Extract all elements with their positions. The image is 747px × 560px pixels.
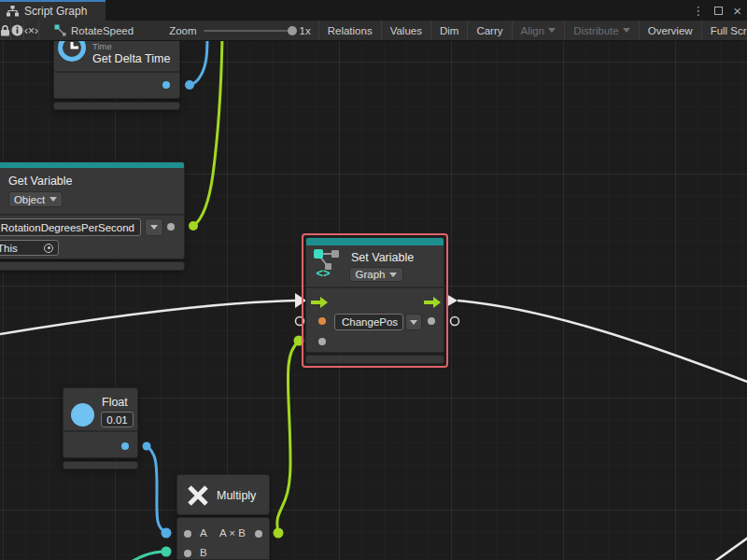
distribute-button[interactable]: Distribute xyxy=(565,21,640,40)
node-accent-bar xyxy=(0,162,184,168)
info-icon xyxy=(11,24,23,36)
lock-icon xyxy=(0,25,10,36)
window-tab-bar: Script Graph ⋮ × xyxy=(0,0,747,21)
variable-name-field[interactable]: RotationDegreesPerSecond xyxy=(0,218,141,236)
tab-label: Script Graph xyxy=(24,5,87,18)
float-output-port[interactable] xyxy=(121,442,129,450)
carry-button[interactable]: Carry xyxy=(468,21,512,40)
zoom-slider[interactable] xyxy=(204,30,293,32)
flow-out-arrow-icon[interactable] xyxy=(424,297,441,308)
node-set-variable[interactable]: <> Set Variable Graph ChangePos xyxy=(305,237,444,364)
target-object-field[interactable]: This xyxy=(0,240,59,256)
port-label-a: A xyxy=(200,527,207,539)
info-button[interactable] xyxy=(11,21,24,40)
node-float[interactable]: Float 0.01 xyxy=(63,387,138,470)
wire-endpoint[interactable] xyxy=(189,221,198,231)
variable-scope-dropdown[interactable]: Object xyxy=(8,191,63,207)
wire-float-to-multiply[interactable] xyxy=(147,446,166,533)
node-get-delta-time[interactable]: Time Get Delta Time xyxy=(53,41,180,112)
multiply-result-port[interactable] xyxy=(255,530,262,538)
graph-node-icon xyxy=(54,24,66,36)
chevron-down-icon xyxy=(623,28,630,33)
multiply-a-port[interactable] xyxy=(184,530,191,538)
wire-endpoint[interactable] xyxy=(185,80,194,90)
overview-button[interactable]: Overview xyxy=(640,21,702,40)
wire-endpoint[interactable] xyxy=(162,528,172,539)
zoom-label: Zoom xyxy=(169,25,196,36)
node-title: Set Variable xyxy=(351,251,414,264)
node-footer xyxy=(0,261,185,271)
node-get-variable[interactable]: Get Variable Object RotationDegreesPerSe… xyxy=(0,161,185,272)
variable-scope-dropdown[interactable]: Graph xyxy=(349,267,403,282)
variable-name-dropdown[interactable] xyxy=(145,218,163,236)
chevron-down-icon xyxy=(150,225,158,230)
chevron-down-icon xyxy=(49,197,57,202)
input-value-port[interactable] xyxy=(318,338,326,345)
svg-text:<>: <> xyxy=(316,266,331,278)
zoom-control: Zoom 1x xyxy=(143,21,319,40)
values-button[interactable]: Values xyxy=(382,21,431,40)
wire-multiply-to-set[interactable] xyxy=(277,342,299,533)
zoom-value: 1x xyxy=(300,25,311,36)
float-value-input[interactable]: 0.01 xyxy=(101,412,134,427)
wire-flow-corner[interactable] xyxy=(712,536,747,560)
wire-into-multiply-b[interactable] xyxy=(120,552,165,560)
variable-name-field[interactable]: ChangePos xyxy=(334,314,403,330)
code-view-icon: ‹×› xyxy=(24,24,38,37)
wire-get-variable[interactable] xyxy=(193,41,222,226)
delta-time-output-port[interactable] xyxy=(162,81,170,89)
port-label-b: B xyxy=(200,547,207,558)
wire-endpoint[interactable] xyxy=(162,547,172,557)
tab-script-graph[interactable]: Script Graph xyxy=(0,0,106,21)
lock-button[interactable] xyxy=(0,21,11,40)
node-footer xyxy=(63,461,138,469)
wire-flow-in[interactable] xyxy=(0,301,295,334)
dim-button[interactable]: Dim xyxy=(431,21,468,40)
node-title: Get Variable xyxy=(8,175,73,188)
node-set-variable-selection: <> Set Variable Graph ChangePos xyxy=(302,233,448,368)
chevron-down-icon xyxy=(410,320,417,325)
wire-endpoint[interactable] xyxy=(143,442,151,451)
zoom-slider-knob[interactable] xyxy=(288,26,297,35)
object-picker-icon[interactable] xyxy=(44,244,53,253)
chevron-down-icon xyxy=(389,273,397,277)
window-menu-icon[interactable]: ⋮ xyxy=(692,5,704,17)
node-title: Float xyxy=(102,396,128,409)
node-footer xyxy=(53,102,180,110)
wire-endpoint[interactable] xyxy=(274,528,284,539)
output-value-port[interactable] xyxy=(428,317,435,325)
wire-flow-out[interactable] xyxy=(458,301,747,383)
full-screen-button[interactable]: Full Screen xyxy=(702,21,747,40)
node-footer xyxy=(305,355,444,364)
node-title: Multiply xyxy=(217,489,256,502)
flow-in-arrow-icon[interactable] xyxy=(311,297,328,308)
window-maximize-icon[interactable] xyxy=(714,7,723,15)
node-multiply[interactable]: Multiply A A × B B xyxy=(176,474,270,560)
float-icon xyxy=(71,403,94,427)
graph-toolbar: ‹×› RotateSpeed Zoom 1x Relations Values… xyxy=(0,21,747,41)
wire-delta-time[interactable] xyxy=(190,41,207,85)
node-title: Get Delta Time xyxy=(92,52,170,65)
multiply-b-port[interactable] xyxy=(184,550,191,557)
graph-icon xyxy=(7,6,19,17)
code-view-button[interactable]: ‹×› xyxy=(24,21,39,40)
clock-icon xyxy=(57,41,89,67)
variable-output-port[interactable] xyxy=(167,223,175,231)
multiply-icon xyxy=(185,483,211,509)
align-button[interactable]: Align xyxy=(513,21,566,40)
set-variable-icon: <> xyxy=(312,248,344,278)
window-close-icon[interactable]: × xyxy=(733,4,741,18)
variable-name-dropdown[interactable] xyxy=(405,314,422,330)
graph-reference[interactable]: RotateSpeed xyxy=(39,21,143,40)
chevron-down-icon xyxy=(548,28,556,33)
graph-canvas[interactable]: Time Get Delta Time Get Variable Object … xyxy=(0,41,747,560)
relations-button[interactable]: Relations xyxy=(319,21,382,40)
variable-ref-port[interactable] xyxy=(318,317,326,325)
node-category: Time xyxy=(92,41,112,51)
graph-name-label: RotateSpeed xyxy=(71,25,134,36)
unconnected-port-ring[interactable] xyxy=(451,317,459,326)
node-accent-bar xyxy=(306,238,444,245)
port-label-result: A × B xyxy=(219,527,246,539)
